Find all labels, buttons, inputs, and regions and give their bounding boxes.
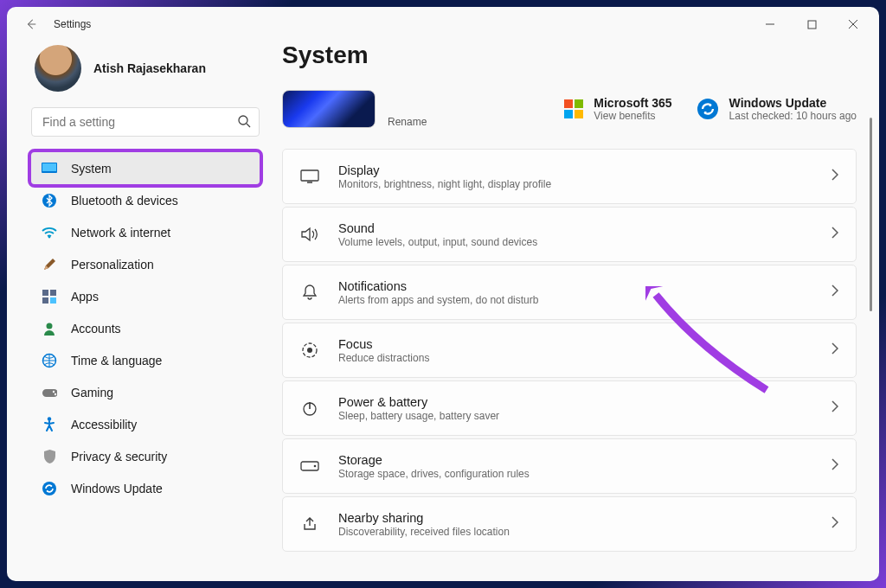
sidebar-item-system[interactable]: System [31, 152, 260, 184]
svg-rect-8 [42, 297, 48, 304]
sidebar-item-time-language[interactable]: Time & language [31, 344, 260, 376]
svg-point-10 [47, 323, 53, 329]
svg-rect-3 [42, 163, 56, 171]
sidebar-item-label: Apps [71, 290, 99, 304]
sidebar-item-gaming[interactable]: Gaming [31, 376, 260, 408]
chevron-right-icon [831, 169, 838, 184]
power-icon [300, 400, 319, 416]
arrow-left-icon [25, 18, 37, 30]
device-row: Rename Microsoft 365 View benefits Windo… [282, 90, 857, 128]
apps-icon [42, 289, 57, 304]
paintbrush-icon [42, 257, 57, 272]
sidebar-item-personalization[interactable]: Personalization [31, 248, 260, 280]
person-icon [42, 321, 57, 336]
avatar [35, 45, 81, 92]
sidebar-item-network[interactable]: Network & internet [31, 216, 260, 248]
close-icon [848, 19, 858, 29]
content-area: System Rename Microsoft 365 View benefit… [266, 42, 876, 581]
sidebar-item-label: Gaming [71, 386, 113, 399]
search-icon [237, 114, 251, 131]
chevron-right-icon [831, 342, 838, 358]
page-title: System [282, 42, 857, 69]
sidebar-item-accessibility[interactable]: Accessibility [31, 408, 260, 440]
setting-sub: Monitors, brightness, night light, displ… [338, 178, 551, 190]
setting-sub: Reduce distractions [338, 352, 429, 364]
accessibility-icon [42, 417, 57, 432]
gamepad-icon [42, 385, 57, 400]
svg-point-17 [697, 99, 718, 119]
sidebar-item-label: Bluetooth & devices [71, 194, 178, 208]
sidebar-item-label: Accessibility [71, 418, 137, 431]
update-icon [42, 481, 57, 496]
sidebar-item-apps[interactable]: Apps [31, 280, 260, 312]
user-name: Atish Rajasekharan [93, 61, 206, 75]
windows-update-promo[interactable]: Windows Update Last checked: 10 hours ag… [697, 96, 857, 122]
setting-storage[interactable]: Storage Storage space, drives, configura… [282, 438, 857, 494]
svg-point-16 [42, 482, 56, 495]
device-wallpaper-thumb[interactable] [282, 90, 376, 128]
bluetooth-icon [42, 193, 57, 208]
setting-sub: Discoverability, received files location [338, 526, 510, 538]
minimize-button[interactable] [760, 14, 780, 35]
sidebar-item-privacy[interactable]: Privacy & security [31, 440, 260, 472]
setting-title: Nearby sharing [338, 511, 510, 525]
wifi-icon [42, 225, 57, 240]
microsoft-365-promo[interactable]: Microsoft 365 View benefits [564, 96, 671, 122]
sidebar-item-label: Time & language [71, 354, 162, 368]
search-box [31, 107, 260, 137]
sidebar-item-label: System [71, 162, 112, 176]
titlebar: Settings [7, 7, 879, 42]
search-input[interactable] [31, 107, 260, 137]
setting-nearby-sharing[interactable]: Nearby sharing Discoverability, received… [282, 496, 857, 552]
svg-point-23 [314, 465, 317, 468]
promo-sub: View benefits [594, 110, 671, 122]
setting-title: Sound [338, 221, 537, 235]
maximize-button[interactable] [801, 14, 822, 35]
storage-icon [300, 461, 319, 471]
back-button[interactable] [19, 12, 43, 36]
chevron-right-icon [831, 458, 838, 474]
setting-notifications[interactable]: Notifications Alerts from apps and syste… [282, 265, 857, 320]
user-profile[interactable]: Atish Rajasekharan [31, 42, 260, 107]
setting-title: Notifications [338, 279, 538, 293]
sidebar-item-bluetooth[interactable]: Bluetooth & devices [31, 184, 260, 216]
scrollbar[interactable] [870, 118, 872, 311]
svg-point-5 [48, 235, 51, 238]
sidebar-item-label: Windows Update [71, 482, 163, 495]
sidebar-item-label: Network & internet [71, 226, 170, 240]
setting-sub: Volume levels, output, input, sound devi… [338, 236, 537, 248]
svg-rect-7 [50, 290, 56, 296]
setting-title: Focus [338, 337, 429, 351]
nav-list: System Bluetooth & devices Network & int… [31, 152, 260, 504]
window-title: Settings [54, 18, 91, 30]
svg-rect-9 [50, 297, 56, 304]
setting-sub: Alerts from apps and system, do not dist… [338, 294, 538, 306]
sidebar-item-label: Personalization [71, 258, 154, 272]
microsoft-365-icon [564, 99, 583, 118]
settings-list: Display Monitors, brightness, night ligh… [282, 149, 857, 552]
setting-power[interactable]: Power & battery Sleep, battery usage, ba… [282, 380, 857, 436]
setting-display[interactable]: Display Monitors, brightness, night ligh… [282, 149, 857, 204]
svg-point-1 [239, 116, 247, 125]
globe-clock-icon [42, 353, 57, 368]
minimize-icon [765, 19, 775, 29]
shield-icon [42, 449, 57, 464]
sidebar-item-windows-update[interactable]: Windows Update [31, 472, 260, 504]
system-icon [42, 161, 57, 176]
rename-link[interactable]: Rename [388, 116, 427, 128]
setting-sub: Storage space, drives, configuration rul… [338, 468, 530, 480]
chevron-right-icon [831, 227, 838, 242]
chevron-right-icon [831, 516, 838, 532]
close-button[interactable] [843, 14, 864, 35]
setting-sub: Sleep, battery usage, battery saver [338, 410, 499, 422]
setting-sound[interactable]: Sound Volume levels, output, input, soun… [282, 207, 857, 262]
setting-focus[interactable]: Focus Reduce distractions [282, 323, 857, 378]
promo-sub: Last checked: 10 hours ago [729, 110, 857, 122]
update-icon [697, 98, 719, 120]
svg-rect-18 [301, 170, 318, 181]
window-controls [760, 14, 867, 35]
svg-point-14 [55, 393, 56, 394]
svg-rect-12 [42, 389, 57, 397]
sidebar-item-accounts[interactable]: Accounts [31, 312, 260, 344]
promo-title: Windows Update [729, 96, 857, 110]
